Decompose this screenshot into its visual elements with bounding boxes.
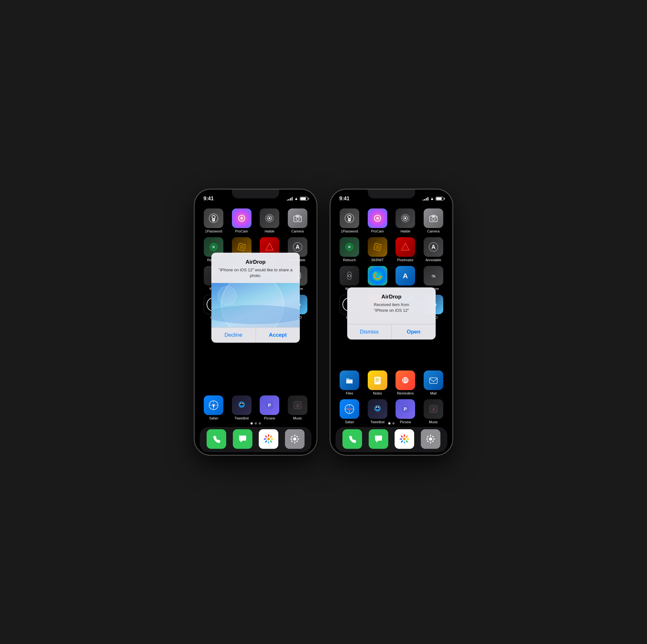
app-picsew-2[interactable]: P Picsew	[394, 399, 417, 424]
app-procam[interactable]: ProCam	[230, 209, 253, 233]
battery-icon-1	[300, 197, 308, 200]
app-mail-p2[interactable]: Mail	[422, 371, 445, 395]
app-1password[interactable]: 1Password	[202, 209, 225, 233]
svg-point-117	[378, 406, 379, 408]
dot-1-2	[255, 422, 257, 424]
svg-point-116	[376, 406, 377, 408]
svg-text:A: A	[295, 244, 299, 250]
dock-photos-2[interactable]	[393, 429, 416, 450]
app-files-p2[interactable]: Files	[338, 371, 361, 395]
svg-rect-90	[348, 273, 351, 278]
app-safari-1[interactable]: Safari	[202, 395, 225, 420]
svg-point-1	[212, 216, 215, 219]
wifi-icon-1: ▲	[294, 196, 298, 201]
app-label-safari-1: Safari	[209, 416, 218, 420]
dialog-1-title: AirDrop	[218, 259, 293, 265]
svg-rect-137	[432, 440, 434, 442]
battery-icon-2	[436, 197, 443, 200]
app-music-1[interactable]: ♪ Music	[286, 395, 309, 420]
svg-rect-63	[291, 435, 293, 437]
svg-point-76	[405, 217, 406, 219]
svg-rect-60	[294, 441, 295, 444]
app-picsew-1[interactable]: P Picsew	[258, 395, 281, 420]
app-row-2-6: Safari Tweetbot P Picsew	[336, 399, 447, 424]
svg-point-13	[300, 217, 301, 218]
dock-settings-1[interactable]	[283, 429, 306, 450]
app-halide-2[interactable]: Halide	[394, 209, 417, 233]
app-label-1password: 1Password	[205, 229, 222, 233]
app-retouch-2[interactable]: ✕ Retouch	[338, 237, 361, 262]
svg-rect-84	[376, 245, 379, 249]
dialog-1-buttons: Decline Accept	[211, 327, 300, 343]
app-notes-p2[interactable]: Notes	[366, 371, 389, 395]
app-procam-2[interactable]: ProCam	[366, 209, 389, 233]
screen-1: 9:41 ▲	[195, 189, 316, 455]
svg-text:✕: ✕	[348, 244, 351, 249]
notch-2	[368, 189, 415, 199]
svg-text:♪: ♪	[432, 406, 435, 412]
dialog-1-image	[211, 283, 300, 327]
time-2: 9:41	[339, 196, 349, 202]
svg-point-49	[267, 438, 270, 440]
svg-text:A: A	[403, 272, 408, 280]
dock-phone-2[interactable]	[341, 429, 364, 450]
iphone-1: 9:41 ▲	[194, 189, 317, 456]
svg-rect-59	[294, 434, 295, 436]
dock-messages-2[interactable]	[367, 429, 390, 450]
status-icons-2: ▲	[423, 196, 443, 201]
svg-rect-64	[296, 440, 298, 442]
signal-icon-2	[423, 197, 428, 200]
decline-button[interactable]: Decline	[211, 328, 256, 343]
app-fitness-2[interactable]	[366, 266, 389, 287]
app-camera[interactable]: Camera	[286, 209, 309, 233]
dock-messages-1[interactable]	[231, 429, 254, 450]
svg-marker-86	[403, 245, 408, 249]
page-dots-2	[331, 422, 452, 424]
app-appstore-2[interactable]: A	[394, 266, 417, 287]
svg-rect-57	[265, 435, 267, 437]
dock-photos-1[interactable]	[257, 429, 280, 450]
app-reminders-p2[interactable]: Reminders	[394, 371, 417, 395]
svg-rect-55	[265, 440, 267, 442]
scene: 9:41 ▲	[181, 176, 466, 468]
app-row-1-5: Safari Tweetbot P Picsew	[200, 395, 311, 420]
app-label-files-p2: Files	[346, 391, 353, 395]
app-label-procam: ProCam	[235, 229, 248, 233]
svg-text:A: A	[431, 244, 435, 250]
app-pixelmator-2[interactable]: Pixelmator	[394, 237, 417, 262]
app-label-picsew-1: Picsew	[264, 416, 275, 420]
dock-phone-1[interactable]	[205, 429, 228, 450]
dismiss-button[interactable]: Dismiss	[347, 324, 392, 339]
svg-point-44	[242, 403, 243, 404]
app-safari-2[interactable]: Safari	[338, 399, 361, 424]
svg-point-68	[348, 216, 351, 219]
wifi-icon-2: ▲	[430, 196, 434, 201]
app-skrwt-2[interactable]: SKRWT	[366, 237, 389, 262]
app-music-2[interactable]: ♪ Music	[422, 399, 445, 424]
status-icons-1: ▲	[287, 196, 308, 201]
svg-rect-52	[271, 438, 273, 439]
svg-point-104	[402, 377, 409, 384]
app-label-halide: Halide	[265, 229, 275, 233]
app-tweetbot-1[interactable]: Tweetbot	[230, 395, 253, 420]
airdrop-dialog-2: AirDrop Received item from"iPhone on iOS…	[347, 288, 436, 339]
app-1password-2[interactable]: 1Password	[338, 209, 361, 233]
accept-button[interactable]: Accept	[256, 328, 300, 343]
dot-2-1	[388, 422, 390, 424]
app-camera-2[interactable]: Camera	[422, 209, 445, 233]
app-tweetbot-2[interactable]: Tweetbot	[366, 399, 389, 424]
svg-rect-126	[406, 440, 408, 442]
svg-rect-61	[290, 438, 292, 439]
svg-point-106	[403, 380, 405, 382]
app-label-halide-2: Halide	[401, 229, 410, 233]
svg-point-131	[429, 437, 432, 440]
app-label-skrwt-2: SKRWT	[371, 258, 384, 262]
app-halide[interactable]: Halide	[258, 209, 281, 233]
svg-rect-139	[427, 440, 429, 442]
svg-rect-136	[427, 435, 429, 437]
svg-point-70	[349, 219, 350, 220]
open-button[interactable]: Open	[392, 324, 436, 339]
status-bar-1: 9:41 ▲	[195, 189, 316, 204]
app-annotable-2[interactable]: A Annotable	[422, 237, 445, 262]
dock-settings-2[interactable]	[419, 429, 442, 450]
